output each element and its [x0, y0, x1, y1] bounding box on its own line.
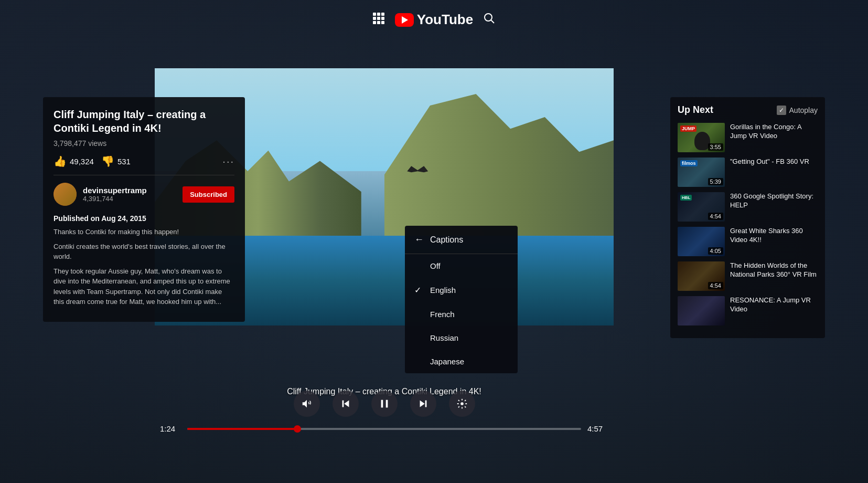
- back-arrow-icon: ←: [414, 234, 424, 245]
- volume-button[interactable]: [294, 391, 320, 417]
- check-icon-english: ✓: [414, 285, 425, 295]
- upnext-panel: Up Next ✓ Autoplay JUMP 3:55 Gorillas in…: [670, 97, 825, 338]
- caption-english-option[interactable]: ✓ English: [405, 278, 518, 302]
- upnext-item-6[interactable]: RESONANCE: A Jump VR Video: [678, 296, 818, 326]
- caption-russian-label: Russian: [430, 333, 458, 342]
- svg-rect-13: [342, 401, 344, 407]
- video-item-info-4: Great White Sharks 360 Video 4K!!: [730, 227, 818, 256]
- video-item-title-3: 360 Google Spotlight Story: HELP: [730, 192, 818, 210]
- video-item-info-3: 360 Google Spotlight Story: HELP: [730, 192, 818, 222]
- svg-rect-6: [373, 21, 376, 24]
- channel-name[interactable]: devinsupertramp: [83, 186, 176, 195]
- duration-3: 4:54: [708, 213, 723, 220]
- caption-off-label: Off: [430, 261, 441, 270]
- thumb-2: filmos 5:39: [678, 158, 725, 187]
- thumb-4: 4:05: [678, 227, 725, 256]
- progress-bar[interactable]: [187, 428, 581, 430]
- channel-row: devinsupertramp 4,391,744 Subscribed: [53, 183, 234, 206]
- current-time: 1:24: [160, 424, 181, 433]
- duration-1: 3:55: [708, 143, 723, 151]
- caption-french-label: French: [430, 310, 455, 319]
- autoplay-toggle[interactable]: ✓ Autoplay: [777, 106, 818, 115]
- upnext-item-1[interactable]: JUMP 3:55 Gorillas in the Congo: A Jump …: [678, 123, 818, 152]
- channel-avatar[interactable]: [53, 183, 77, 206]
- search-icon[interactable]: [484, 13, 495, 27]
- total-time: 4:57: [587, 424, 608, 433]
- svg-rect-14: [381, 400, 383, 408]
- svg-line-10: [491, 20, 495, 23]
- video-item-info-5: The Hidden Worlds of the National Parks …: [730, 261, 818, 291]
- svg-rect-17: [425, 401, 426, 407]
- video-actions: 👍 49,324 👎 531 ···: [53, 155, 234, 175]
- more-options-button[interactable]: ···: [222, 155, 234, 167]
- video-description: Thanks to Contiki for making this happen…: [53, 227, 234, 307]
- svg-rect-1: [377, 13, 380, 16]
- captions-back-button[interactable]: ← Captions: [405, 226, 518, 254]
- duration-5: 4:54: [708, 282, 723, 289]
- next-button[interactable]: [410, 391, 436, 417]
- upnext-item-2[interactable]: filmos 5:39 "Getting Out" - FB 360 VR: [678, 158, 818, 187]
- svg-rect-5: [381, 17, 384, 20]
- autoplay-label-text: Autoplay: [789, 106, 818, 114]
- thumb-5: 4:54: [678, 261, 725, 291]
- video-item-title-1: Gorillas in the Congo: A Jump VR Video: [730, 123, 818, 141]
- like-count: 49,324: [70, 157, 94, 166]
- upnext-item-4[interactable]: 4:05 Great White Sharks 360 Video 4K!!: [678, 227, 818, 256]
- captions-menu: ← Captions Off ✓ English French Russian …: [405, 226, 518, 373]
- thumb-3: HBL 4:54: [678, 192, 725, 222]
- video-title: Cliff Jumping Italy – creating a Contiki…: [53, 108, 234, 135]
- upnext-header: Up Next ✓ Autoplay: [678, 104, 818, 116]
- svg-rect-2: [381, 13, 384, 16]
- video-views: 3,798,477 views: [53, 139, 234, 148]
- svg-rect-7: [377, 21, 380, 24]
- video-item-info-2: "Getting Out" - FB 360 VR: [730, 158, 818, 187]
- svg-rect-15: [385, 400, 388, 408]
- progress-fill: [187, 428, 297, 430]
- dislike-count: 531: [117, 157, 131, 166]
- video-item-info-1: Gorillas in the Congo: A Jump VR Video: [730, 123, 818, 152]
- dislike-button[interactable]: 👎 531: [101, 155, 131, 167]
- settings-button[interactable]: [449, 391, 475, 417]
- upnext-item-3[interactable]: HBL 4:54 360 Google Spotlight Story: HEL…: [678, 192, 818, 222]
- svg-rect-8: [381, 21, 384, 24]
- thumb-6: [678, 296, 725, 326]
- svg-point-18: [460, 402, 464, 405]
- video-item-title-5: The Hidden Worlds of the National Parks …: [730, 261, 818, 279]
- svg-marker-16: [420, 401, 424, 407]
- progress-row: 1:24 4:57: [155, 424, 614, 433]
- caption-russian-option[interactable]: Russian: [405, 326, 518, 350]
- youtube-wordmark: YouTube: [417, 12, 473, 28]
- hbl-label: HBL: [680, 195, 692, 201]
- subscribe-button[interactable]: Subscribed: [183, 186, 234, 203]
- pause-button[interactable]: [371, 391, 398, 417]
- topbar: YouTube: [0, 0, 868, 39]
- filmos-label: filmos: [680, 160, 698, 166]
- jump-label: JUMP: [680, 125, 696, 132]
- yt-play-icon: [395, 13, 414, 27]
- svg-point-9: [485, 14, 492, 21]
- apps-icon[interactable]: [373, 13, 384, 27]
- channel-subscribers: 4,391,744: [83, 195, 176, 203]
- video-info-panel: Cliff Jumping Italy – creating a Contiki…: [43, 97, 245, 322]
- channel-info: devinsupertramp 4,391,744: [83, 186, 176, 203]
- upnext-title: Up Next: [678, 104, 713, 116]
- video-bird: [407, 166, 428, 176]
- caption-japanese-option[interactable]: Japanese: [405, 350, 518, 373]
- like-button[interactable]: 👍 49,324: [53, 155, 94, 167]
- svg-rect-4: [377, 17, 380, 20]
- autoplay-checkbox[interactable]: ✓: [777, 106, 786, 115]
- caption-french-option[interactable]: French: [405, 302, 518, 326]
- svg-rect-0: [373, 13, 376, 16]
- svg-rect-3: [373, 17, 376, 20]
- youtube-logo[interactable]: YouTube: [395, 12, 473, 28]
- publish-date: Published on Aug 24, 2015: [53, 214, 234, 223]
- upnext-item-5[interactable]: 4:54 The Hidden Worlds of the National P…: [678, 261, 818, 291]
- thumb-1: JUMP 3:55: [678, 123, 725, 152]
- progress-thumb: [294, 425, 301, 433]
- desc-line-1: Thanks to Contiki for making this happen…: [53, 227, 234, 237]
- caption-off-option[interactable]: Off: [405, 254, 518, 278]
- prev-button[interactable]: [333, 391, 359, 417]
- caption-japanese-label: Japanese: [430, 357, 464, 366]
- caption-english-label: English: [430, 286, 456, 295]
- video-item-title-2: "Getting Out" - FB 360 VR: [730, 158, 818, 166]
